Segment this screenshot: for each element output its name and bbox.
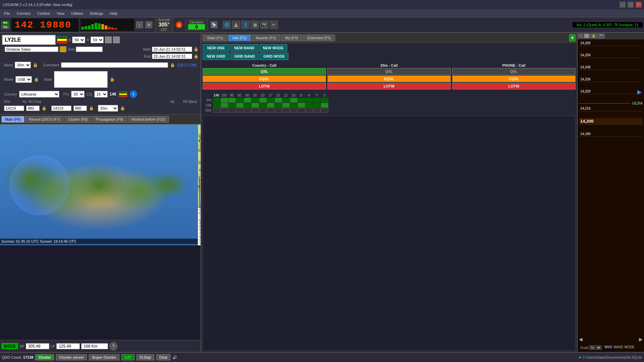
- tab-recent[interactable]: Recent QSO's (F7): [25, 116, 64, 123]
- tab-my[interactable]: My (F4): [281, 35, 303, 41]
- end-lock-icon[interactable]: 🔒: [194, 54, 199, 59]
- band-lotw[interactable]: LOTW: [327, 83, 451, 89]
- r-report-select[interactable]: 595857: [91, 37, 104, 43]
- freq-14190[interactable]: 14,190: [579, 131, 643, 137]
- start-input[interactable]: [152, 47, 192, 52]
- note-textarea[interactable]: [54, 71, 108, 88]
- menu-file[interactable]: File: [1, 11, 13, 16]
- band-tab[interactable]: BAND: [614, 345, 623, 350]
- lp-input[interactable]: [56, 343, 80, 349]
- phone-qsl[interactable]: QSL: [452, 68, 576, 75]
- grid-band-button[interactable]: GRID BAND: [230, 53, 259, 60]
- new-one-button[interactable]: NEW ONE: [203, 44, 229, 52]
- cluster-badge[interactable]: Cluster: [35, 354, 54, 360]
- freq-lock-icon[interactable]: 🔒: [42, 106, 47, 111]
- freq-hz-input[interactable]: [26, 106, 40, 111]
- country-lotw[interactable]: LOTW: [203, 83, 326, 89]
- grid-input[interactable]: [76, 47, 103, 52]
- freq-14230[interactable]: 14,230: [579, 77, 643, 82]
- info-icon[interactable]: i: [130, 90, 137, 98]
- band-lock-icon[interactable]: 🔒: [33, 63, 38, 67]
- menu-contest[interactable]: Contest: [35, 11, 53, 16]
- rx-band-select[interactable]: 20m: [98, 105, 118, 112]
- color-flag-icon[interactable]: [60, 46, 66, 52]
- country-qsl[interactable]: QSL: [203, 68, 326, 75]
- tab-info[interactable]: Info (F2): [228, 35, 251, 41]
- lock-red-icon[interactable]: 🔒: [176, 21, 182, 28]
- band-select[interactable]: 20m40m15m: [15, 62, 31, 68]
- freq-khz-input[interactable]: [4, 106, 24, 111]
- tab-cluster[interactable]: Cluster (F8): [64, 116, 91, 123]
- menu-help[interactable]: Help: [107, 11, 120, 16]
- note-lock-icon[interactable]: 🔒: [110, 77, 115, 82]
- callsign-input[interactable]: [2, 35, 56, 45]
- menu-connect[interactable]: Connect: [14, 11, 33, 16]
- freq-14220[interactable]: 14,220 ▶: [579, 89, 643, 94]
- new-grid-button[interactable]: NEW GRID: [203, 53, 229, 60]
- sound-icon[interactable]: 🔊: [172, 355, 177, 360]
- mode-select[interactable]: USBLSBCW: [15, 76, 32, 83]
- tab-propagation[interactable]: Propagation (F9): [92, 116, 127, 123]
- tab-stats[interactable]: Stats (F1): [203, 35, 227, 41]
- expand-icon[interactable]: ▶: [639, 337, 643, 342]
- dist-input[interactable]: [81, 343, 108, 349]
- phone-lotw[interactable]: LOTW: [452, 83, 576, 89]
- menu-utilities[interactable]: Utilities: [68, 11, 86, 16]
- freq-14240[interactable]: 14,240: [579, 65, 643, 70]
- camera-icon[interactable]: 📷: [260, 21, 268, 29]
- collapse-icon[interactable]: ◀: [579, 337, 583, 342]
- cq-select[interactable]: 15: [94, 91, 108, 98]
- wkd-tab[interactable]: WKD: [604, 345, 612, 350]
- grid-mode-button[interactable]: GRID MODE: [260, 53, 288, 60]
- rx-freq-lock-icon[interactable]: 🔒: [89, 106, 94, 111]
- freq-14200-current[interactable]: 14,200: [579, 118, 643, 125]
- close-button[interactable]: ✕: [636, 2, 641, 7]
- tab-main[interactable]: Main (F6): [1, 116, 24, 123]
- tab-awards[interactable]: Awards (F3): [252, 35, 280, 41]
- mode-lock-icon[interactable]: 🔒: [34, 77, 39, 82]
- fldigi-badge[interactable]: FLDigi: [137, 354, 154, 360]
- super-cluster-badge[interactable]: Super Cluster: [89, 354, 119, 360]
- maximize-button[interactable]: □: [628, 2, 633, 7]
- country-eqsl[interactable]: EQSL: [203, 75, 326, 82]
- qrz-link[interactable]: [QRZ.COM]: [177, 63, 197, 67]
- menu-view[interactable]: View: [54, 11, 67, 16]
- freq-14250[interactable]: 14,250: [579, 53, 643, 58]
- band-eqsl[interactable]: EQSL: [327, 75, 451, 82]
- tab-extended[interactable]: Extended (F5): [303, 35, 335, 41]
- end-input[interactable]: [152, 54, 192, 59]
- new-band-button[interactable]: NEW BAND: [230, 44, 258, 52]
- start-lock-icon[interactable]: 🔒: [194, 47, 199, 52]
- boat-icon[interactable]: ⛵: [232, 21, 240, 29]
- new-mode-button[interactable]: NEW MODE: [259, 44, 287, 52]
- wf-camera-btn[interactable]: 📷: [598, 34, 605, 38]
- tab-worked-before[interactable]: Worked before (F10): [128, 116, 169, 123]
- freq-14210[interactable]: 14,210: [579, 106, 643, 111]
- wf-plus-btn[interactable]: +: [584, 34, 589, 38]
- minimize-button[interactable]: ─: [620, 2, 625, 7]
- sp-input[interactable]: [26, 343, 49, 349]
- edit-icon[interactable]: ✏: [270, 21, 278, 29]
- wf-minus-btn[interactable]: −: [578, 34, 583, 38]
- channel-selector[interactable]: 1: [136, 21, 143, 28]
- elevation-input[interactable]: [188, 24, 205, 29]
- gear-icon[interactable]: ⚙: [146, 21, 152, 28]
- signal-icon[interactable]: 📡: [211, 21, 217, 28]
- wf-lock-btn[interactable]: 🔒: [590, 34, 597, 38]
- mode-tab[interactable]: MODE: [625, 345, 635, 350]
- band-qsl[interactable]: QSL: [327, 68, 451, 75]
- rx-freq-hz-input[interactable]: [73, 106, 87, 111]
- freq-display[interactable]: 142 19880: [11, 18, 78, 32]
- comment-lock-icon[interactable]: 🔒: [170, 63, 175, 67]
- person-icon[interactable]: 👤: [241, 21, 250, 29]
- cluster-server-badge[interactable]: Cluster server: [56, 354, 87, 360]
- plus-button[interactable]: +: [569, 34, 576, 42]
- color-btn-2[interactable]: [113, 37, 120, 43]
- globe-icon[interactable]: 🌐: [223, 21, 231, 29]
- operator-input[interactable]: [5, 47, 58, 52]
- scale-select[interactable]: 5x2x10x: [589, 345, 602, 350]
- country-select[interactable]: Lithuania: [19, 91, 59, 98]
- help-button[interactable]: ?: [109, 342, 117, 350]
- cat-badge[interactable]: CAT: [121, 354, 135, 360]
- grid-icon[interactable]: ▦: [251, 21, 259, 29]
